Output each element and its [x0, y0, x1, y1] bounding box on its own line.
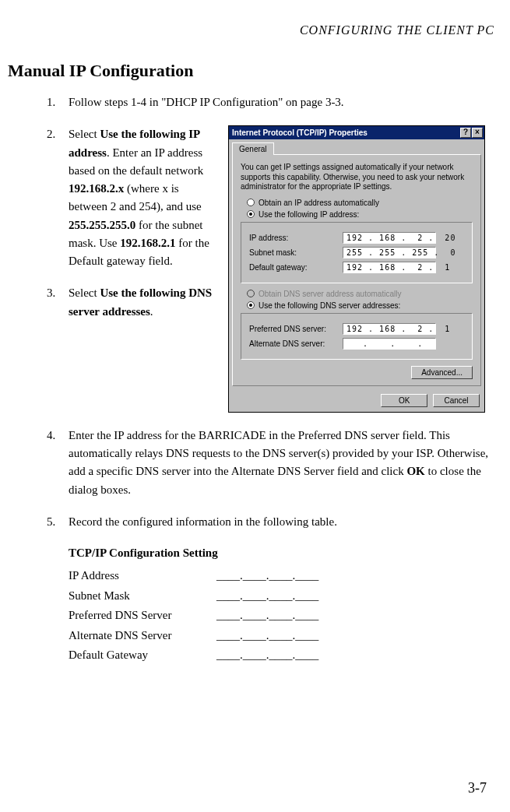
step-num: 1.: [47, 93, 69, 111]
step-text: Enter the IP address for the BARRICADE i…: [69, 427, 494, 499]
ip-group: IP address: 192 . 168 . 2 . 20 Subnet ma…: [241, 222, 473, 283]
alternate-dns-label: Alternate DNS server:: [249, 339, 343, 348]
help-icon[interactable]: ?: [460, 128, 471, 138]
intro-text: You can get IP settings assigned automat…: [241, 163, 473, 192]
config-value: ____.____.____.____: [216, 586, 318, 606]
step-num: 3.: [47, 284, 69, 321]
dns-group: Preferred DNS server: 192 . 168 . 2 . 1 …: [241, 313, 473, 360]
step-4: 4. Enter the IP address for the BARRICAD…: [47, 427, 494, 499]
default-gateway-input[interactable]: 192 . 168 . 2 . 1: [343, 262, 436, 273]
step-1: 1. Follow steps 1-4 in "DHCP IP Configur…: [47, 93, 494, 111]
page-header: CONFIGURING THE CLIENT PC: [8, 23, 494, 37]
config-value: ____.____.____.____: [216, 645, 318, 666]
tab-panel: You can get IP settings assigned automat…: [232, 154, 481, 386]
radio-icon: [247, 290, 255, 297]
radio-icon[interactable]: [247, 210, 255, 218]
radio-obtain-dns-auto: Obtain DNS server address automatically: [247, 290, 473, 298]
radio-use-following-dns[interactable]: Use the following DNS server addresses:: [247, 301, 473, 310]
radio-label: Use the following IP address:: [259, 210, 359, 219]
tcpip-properties-dialog: Internet Protocol (TCP/IP) Properties ? …: [228, 125, 485, 413]
table-row: Subnet Mask ____.____.____.____: [69, 586, 494, 606]
step-text: Follow steps 1-4 in "DHCP IP Configurati…: [69, 93, 494, 111]
ip-address-input[interactable]: 192 . 168 . 2 . 20: [343, 232, 436, 244]
subnet-mask-label: Subnet mask:: [249, 248, 343, 257]
page-number: 3-7: [468, 780, 487, 796]
config-value: ____.____.____.____: [216, 606, 318, 626]
config-label: IP Address: [69, 566, 216, 586]
preferred-dns-input[interactable]: 192 . 168 . 2 . 1: [343, 323, 436, 335]
preferred-dns-label: Preferred DNS server:: [249, 325, 343, 333]
dialog-buttons: OK Cancel: [229, 389, 484, 412]
step-text: Select Use the following DNS server addr…: [69, 284, 214, 321]
cancel-button[interactable]: Cancel: [433, 394, 480, 407]
ip-address-label: IP address:: [249, 234, 343, 242]
table-row: Default Gateway ____.____.____.____: [69, 645, 494, 666]
config-label: Preferred DNS Server: [69, 606, 216, 626]
table-row: IP Address ____.____.____.____: [69, 566, 494, 586]
config-label: Default Gateway: [69, 645, 216, 666]
config-label: Subnet Mask: [69, 586, 216, 606]
radio-obtain-ip-auto[interactable]: Obtain an IP address automatically: [247, 199, 473, 207]
step-num: 2.: [47, 125, 69, 270]
radio-icon[interactable]: [247, 301, 255, 309]
config-value: ____.____.____.____: [216, 566, 318, 586]
step-3: 3. Select Use the following DNS server a…: [47, 284, 214, 321]
step-text: Select Use the following IP address. Ent…: [69, 125, 214, 270]
radio-label: Obtain DNS server address automatically: [259, 290, 401, 298]
step-2: 2. Select Use the following IP address. …: [47, 125, 214, 270]
step-5: 5. Record the configured information in …: [47, 513, 494, 531]
table-row: Preferred DNS Server ____.____.____.____: [69, 606, 494, 626]
titlebar: Internet Protocol (TCP/IP) Properties ? …: [229, 126, 484, 139]
table-row: Alternate DNS Server ____.____.____.____: [69, 626, 494, 646]
config-table: TCP/IP Configuration Setting IP Address …: [8, 547, 494, 666]
radio-label: Obtain an IP address automatically: [259, 199, 379, 207]
alternate-dns-input[interactable]: . . .: [343, 338, 436, 350]
tab-general[interactable]: General: [232, 142, 274, 155]
close-icon[interactable]: ×: [472, 128, 483, 138]
advanced-button[interactable]: Advanced...: [411, 366, 473, 379]
step-num: 4.: [47, 427, 69, 499]
radio-use-following-ip[interactable]: Use the following IP address:: [247, 210, 473, 219]
section-title: Manual IP Configuration: [8, 61, 494, 81]
config-value: ____.____.____.____: [216, 626, 318, 646]
radio-icon[interactable]: [247, 199, 255, 206]
radio-label: Use the following DNS server addresses:: [259, 301, 400, 310]
subnet-mask-input[interactable]: 255 . 255 . 255 . 0: [343, 247, 436, 258]
step-text: Record the configured information in the…: [69, 513, 494, 531]
default-gateway-label: Default gateway:: [249, 263, 343, 272]
config-table-title: TCP/IP Configuration Setting: [69, 547, 494, 560]
step-num: 5.: [47, 513, 69, 531]
config-label: Alternate DNS Server: [69, 626, 216, 646]
titlebar-text: Internet Protocol (TCP/IP) Properties: [232, 128, 460, 137]
ok-button[interactable]: OK: [381, 394, 427, 407]
